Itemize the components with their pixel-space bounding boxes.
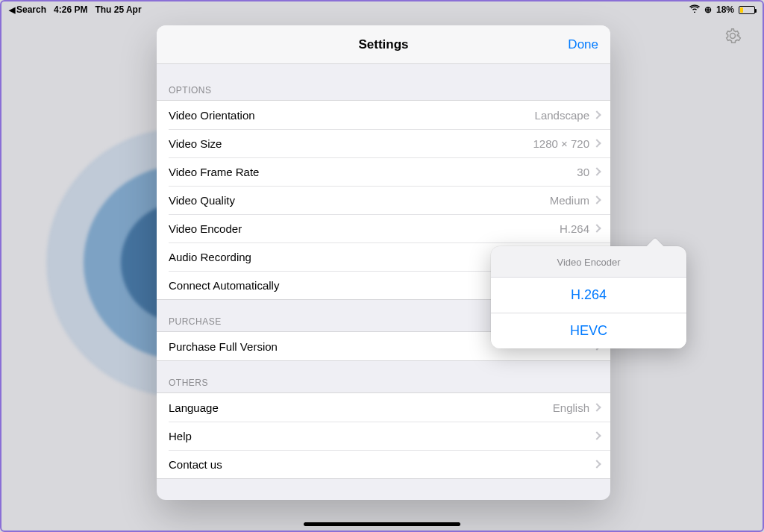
- row-video-size[interactable]: Video Size 1280 × 720: [157, 129, 610, 157]
- section-header-options: OPTIONS: [157, 64, 610, 100]
- battery-percent: 18%: [716, 4, 734, 15]
- others-list: Language English Help Contact us: [157, 392, 610, 479]
- row-value: English: [553, 401, 589, 414]
- row-help[interactable]: Help: [157, 422, 610, 450]
- wifi-icon: [689, 4, 700, 15]
- chevron-right-icon: [592, 224, 601, 232]
- battery-icon: [739, 6, 755, 14]
- row-label: Connect Automatically: [169, 279, 279, 292]
- home-indicator[interactable]: [304, 522, 460, 526]
- chevron-right-icon: [592, 431, 601, 439]
- status-date: Thu 25 Apr: [95, 4, 141, 15]
- row-label: Video Quality: [169, 194, 235, 207]
- row-label: Contact us: [169, 458, 222, 471]
- chevron-right-icon: [592, 110, 601, 119]
- popover-title: Video Encoder: [491, 246, 686, 277]
- row-label: Video Orientation: [169, 109, 255, 122]
- row-video-orientation[interactable]: Video Orientation Landscape: [157, 101, 610, 129]
- back-caret-icon: ◀: [9, 5, 15, 14]
- chevron-right-icon: [592, 195, 601, 204]
- popover-option-h264[interactable]: H.264: [491, 277, 686, 313]
- row-language[interactable]: Language English: [157, 393, 610, 422]
- done-button[interactable]: Done: [568, 25, 598, 63]
- row-value: Landscape: [535, 109, 589, 122]
- row-contact-us[interactable]: Contact us: [157, 450, 610, 478]
- row-label: Purchase Full Version: [169, 340, 278, 353]
- row-label: Help: [169, 430, 192, 442]
- popover-option-hevc[interactable]: HEVC: [491, 313, 686, 348]
- battery-fill: [740, 7, 743, 13]
- chevron-right-icon: [592, 167, 601, 175]
- chevron-right-icon: [592, 139, 601, 147]
- settings-gear-button[interactable]: [724, 27, 742, 45]
- row-label: Language: [169, 401, 219, 414]
- row-video-frame-rate[interactable]: Video Frame Rate 30: [157, 157, 610, 186]
- row-value: 30: [577, 166, 589, 178]
- row-value: H.264: [560, 222, 589, 235]
- row-video-quality[interactable]: Video Quality Medium: [157, 186, 610, 214]
- sheet-header: Settings Done: [157, 25, 610, 64]
- row-label: Video Encoder: [169, 222, 242, 235]
- video-encoder-popover: Video Encoder H.264 HEVC: [491, 246, 686, 348]
- row-label: Audio Recording: [169, 251, 251, 263]
- row-label: Video Size: [169, 137, 222, 150]
- status-time: 4:26 PM: [54, 4, 87, 15]
- row-value: 1280 × 720: [533, 137, 590, 150]
- chevron-right-icon: [592, 403, 601, 411]
- row-video-encoder[interactable]: Video Encoder H.264: [157, 214, 610, 242]
- orientation-lock-icon: ⊕: [704, 4, 712, 15]
- row-value: Medium: [550, 194, 589, 207]
- sheet-title: Settings: [358, 37, 408, 52]
- chevron-right-icon: [592, 460, 601, 468]
- status-bar: ◀Search 4:26 PM Thu 25 Apr ⊕ 18%: [1, 1, 763, 18]
- row-label: Video Frame Rate: [169, 166, 259, 178]
- back-to-app[interactable]: ◀Search: [9, 4, 46, 15]
- section-header-others: OTHERS: [157, 361, 610, 392]
